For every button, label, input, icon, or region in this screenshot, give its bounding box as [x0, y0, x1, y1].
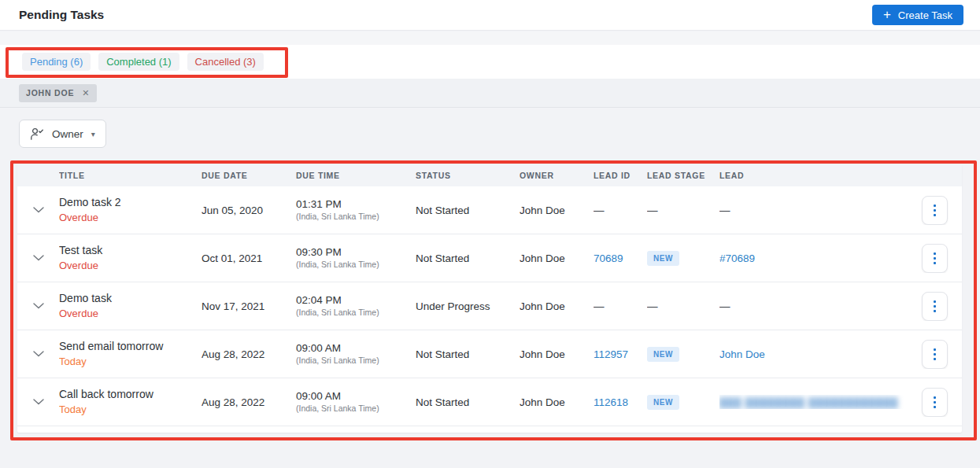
col-title: TITLE	[59, 171, 202, 180]
due-status-label: Overdue	[59, 211, 202, 226]
col-due-date: DUE DATE	[202, 171, 296, 180]
due-status-label: Today	[59, 403, 202, 418]
page-header: Pending Tasks + Create Task	[0, 0, 980, 31]
table-header-row: TITLE DUE DATE DUE TIME STATUS OWNER LEA…	[17, 164, 962, 186]
lead-stage-badge: NEW	[647, 347, 679, 362]
table-row[interactable]: Test task Overdue Oct 01, 2021 09:30 PM …	[17, 234, 962, 282]
table-row[interactable]: Demo task Overdue Nov 17, 2021 02:04 PM …	[17, 282, 962, 330]
row-actions-button[interactable]	[922, 388, 948, 417]
col-status: STATUS	[416, 171, 520, 180]
lead-id-link[interactable]: 70689	[594, 252, 647, 264]
task-status: Not Started	[416, 252, 520, 264]
due-time: 09:00 AM	[296, 389, 416, 404]
row-actions-button[interactable]	[922, 340, 948, 369]
kebab-icon	[934, 205, 936, 207]
lead-stage: —	[647, 300, 719, 312]
row-actions-button[interactable]	[922, 196, 948, 225]
due-date: Nov 17, 2021	[202, 300, 296, 312]
task-owner: John Doe	[520, 205, 594, 216]
timezone-note: (India, Sri Lanka Time)	[296, 259, 416, 271]
due-date: Aug 28, 2022	[202, 396, 296, 408]
lead-redacted: ███ ████████ ████████████	[719, 397, 898, 408]
create-task-button[interactable]: + Create Task	[872, 5, 963, 25]
due-time: 09:30 PM	[296, 245, 416, 260]
due-time: 02:04 PM	[296, 293, 416, 308]
lead-id-link[interactable]: 112618	[594, 396, 647, 408]
lead-stage-badge: NEW	[647, 251, 679, 266]
task-owner: John Doe	[520, 348, 594, 360]
timezone-note: (India, Sri Lanka Time)	[296, 211, 416, 223]
task-title[interactable]: Call back tomorrow	[59, 386, 202, 402]
filter-chip-label: JOHN DOE	[26, 88, 74, 98]
owner-filter-button[interactable]: Owner ▾	[19, 120, 106, 148]
due-time: 09:00 AM	[296, 341, 416, 356]
lead-id-link[interactable]: 112957	[594, 348, 647, 360]
lead: —	[719, 300, 907, 312]
kebab-icon	[934, 252, 936, 255]
table-row[interactable]: Demo task 2 Overdue Jun 05, 2020 01:31 P…	[17, 186, 962, 234]
due-date: Oct 01, 2021	[202, 252, 296, 264]
expand-chevron-icon[interactable]	[17, 351, 59, 357]
row-actions-button[interactable]	[922, 244, 948, 273]
due-status-label: Overdue	[59, 307, 202, 322]
tasks-table: TITLE DUE DATE DUE TIME STATUS OWNER LEA…	[17, 164, 962, 433]
header-sub-strip	[0, 31, 980, 45]
lead-id: —	[594, 205, 647, 216]
lead-link[interactable]: John Doe	[719, 348, 907, 360]
expand-chevron-icon[interactable]	[17, 207, 59, 213]
kebab-icon	[934, 300, 936, 303]
lead-link[interactable]: #70689	[719, 252, 907, 264]
task-status: Not Started	[416, 205, 520, 216]
owner-filter-label: Owner	[52, 128, 83, 140]
table-row[interactable]: Send email tomorrow Today Aug 28, 2022 0…	[17, 330, 962, 378]
due-date: Jun 05, 2020	[202, 205, 296, 216]
col-due-time: DUE TIME	[296, 171, 416, 180]
lead-stage-badge: NEW	[647, 395, 679, 410]
page-title: Pending Tasks	[19, 8, 104, 22]
lead-stage: —	[647, 205, 719, 216]
due-time: 01:31 PM	[296, 197, 416, 212]
kebab-icon	[934, 396, 936, 399]
task-status: Not Started	[416, 396, 520, 408]
task-owner: John Doe	[520, 396, 594, 408]
tab-cancelled[interactable]: Cancelled (3)	[187, 53, 264, 71]
due-status-label: Overdue	[59, 259, 202, 274]
lead-id: —	[594, 300, 647, 312]
lead: —	[719, 205, 907, 216]
timezone-note: (India, Sri Lanka Time)	[296, 307, 416, 319]
plus-icon: +	[883, 8, 891, 21]
col-lead-id: LEAD ID	[594, 171, 647, 180]
owner-filter-chip[interactable]: JOHN DOE ✕	[19, 84, 97, 102]
col-lead-stage: LEAD STAGE	[647, 171, 719, 180]
task-owner: John Doe	[520, 252, 594, 264]
task-title[interactable]: Demo task	[59, 290, 202, 306]
due-status-label: Today	[59, 355, 202, 370]
expand-chevron-icon[interactable]	[17, 399, 59, 405]
expand-chevron-icon[interactable]	[17, 255, 59, 261]
task-title[interactable]: Test task	[59, 242, 202, 258]
timezone-note: (India, Sri Lanka Time)	[296, 355, 416, 367]
col-lead: LEAD	[719, 171, 907, 180]
create-task-label: Create Task	[898, 9, 952, 21]
tab-completed[interactable]: Completed (1)	[98, 53, 179, 71]
table-row[interactable]: Call back tomorrow Today Aug 28, 2022 09…	[17, 378, 962, 426]
remove-filter-icon[interactable]: ✕	[82, 88, 90, 98]
tab-pending[interactable]: Pending (6)	[22, 53, 91, 71]
due-date: Aug 28, 2022	[202, 348, 296, 360]
kebab-icon	[934, 348, 936, 351]
task-title[interactable]: Send email tomorrow	[59, 338, 202, 354]
row-actions-button[interactable]	[922, 292, 948, 321]
expand-chevron-icon[interactable]	[17, 303, 59, 309]
task-owner: John Doe	[520, 300, 594, 312]
col-owner: OWNER	[520, 171, 594, 180]
filter-chip-band: JOHN DOE ✕	[0, 79, 980, 108]
person-check-icon	[30, 127, 45, 141]
task-status: Not Started	[416, 348, 520, 360]
status-tabs-bar: Pending (6) Completed (1) Cancelled (3)	[0, 45, 980, 79]
timezone-note: (India, Sri Lanka Time)	[296, 403, 416, 415]
chevron-down-icon: ▾	[91, 130, 95, 138]
task-status: Under Progress	[416, 300, 520, 312]
task-title[interactable]: Demo task 2	[59, 194, 202, 210]
